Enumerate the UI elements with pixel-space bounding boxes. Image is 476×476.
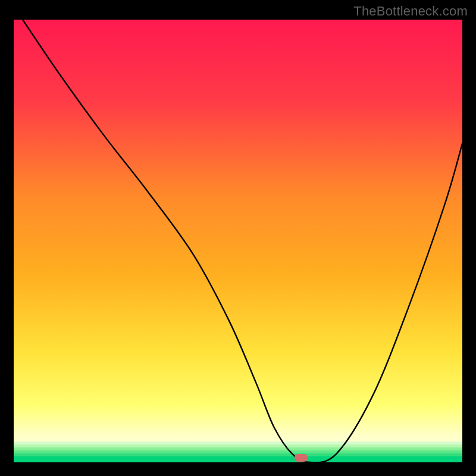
optimal-point-marker [295,454,308,462]
plot-area [14,20,462,462]
chart-frame: TheBottleneck.com [0,0,476,476]
watermark-text: TheBottleneck.com [353,4,468,19]
bottleneck-curve [14,20,462,462]
